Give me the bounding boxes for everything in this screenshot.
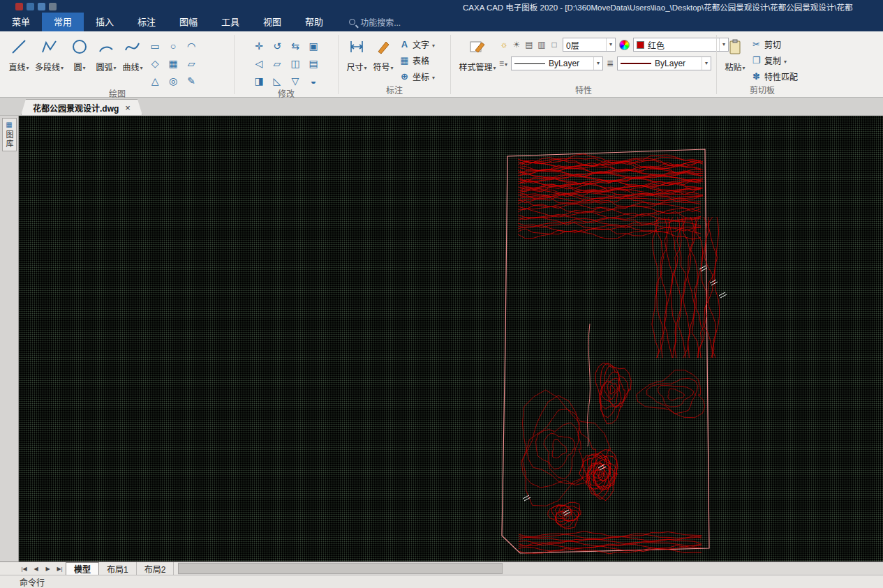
cut-button[interactable]: ✂ 剪切	[748, 36, 801, 52]
chevron-down-icon	[606, 38, 612, 51]
quick-access-toolbar	[15, 3, 57, 10]
chamfer-icon[interactable]: ◨	[250, 72, 268, 89]
symbol-pencil-icon	[374, 38, 392, 56]
curve-button[interactable]: 曲线	[119, 34, 146, 73]
ellipse-icon[interactable]: ○	[164, 37, 182, 54]
scale-icon[interactable]: ▽	[286, 72, 304, 89]
title-bar: CAXA CAD 电子图板 2020 - [D:\360MoveData\Use…	[0, 0, 883, 13]
triangle-icon[interactable]: △	[146, 72, 164, 89]
layer-on-icon[interactable]: ☼	[499, 40, 509, 50]
arc-tool-icon[interactable]: ◠	[182, 37, 200, 54]
style-manager-button[interactable]: 样式管理	[456, 34, 499, 73]
swap-icon[interactable]: ⇆	[286, 37, 304, 54]
ribbon-group-annotate: 尺寸 符号 A 文字 ▦ 表格	[339, 32, 450, 97]
sheet-tab-model[interactable]: 模型	[66, 562, 99, 575]
array-icon[interactable]: ▣	[304, 37, 322, 54]
symbol-button[interactable]: 符号	[370, 34, 396, 73]
cad-drawing	[19, 116, 883, 561]
sheet-tab-layout1[interactable]: 布局1	[99, 562, 137, 575]
redo-icon[interactable]	[49, 3, 57, 10]
chevron-down-icon	[140, 62, 143, 72]
lineweight-toggle[interactable]: ≣	[607, 59, 614, 68]
line-button[interactable]: 直线	[6, 34, 32, 73]
table-button[interactable]: ▦ 表格	[396, 52, 438, 68]
arc-button[interactable]: 圆弧	[93, 34, 119, 73]
left-panel-gutter: ▦ 图库	[0, 116, 19, 561]
offset-icon[interactable]: ▱	[268, 54, 286, 72]
prev-sheet-button[interactable]: ◀	[30, 562, 42, 575]
chevron-down-icon	[114, 62, 117, 72]
coordinate-button[interactable]: ⊕ 坐标	[396, 68, 438, 84]
layer-lock-icon[interactable]: ▤	[524, 40, 534, 50]
mirror-icon[interactable]: ◁	[250, 54, 268, 72]
match-properties-button[interactable]: ✽ 特性匹配	[748, 68, 801, 84]
polygon-icon[interactable]: ◇	[146, 54, 164, 72]
polyline-button[interactable]: 多段线	[32, 34, 66, 73]
menu-tab-home[interactable]: 常用	[42, 13, 84, 31]
sketch-icon[interactable]: ✎	[182, 72, 200, 89]
color-dropdown[interactable]: 红色	[633, 38, 729, 52]
chevron-down-icon	[27, 62, 29, 72]
menu-tab-help[interactable]: 帮助	[293, 13, 335, 31]
menu-tab-tools[interactable]: 工具	[209, 13, 251, 31]
table-icon: ▦	[399, 55, 410, 66]
linetype-dropdown[interactable]: ByLayer	[511, 56, 603, 70]
menu-tab-menu[interactable]: 菜单	[0, 13, 42, 31]
fillet-icon[interactable]: ◺	[268, 72, 286, 89]
dimension-button[interactable]: 尺寸	[343, 34, 370, 73]
layer-dropdown[interactable]: 0层	[563, 38, 616, 52]
chevron-down-icon	[593, 57, 600, 70]
layer-print-icon[interactable]: ▥	[537, 40, 547, 50]
save-icon[interactable]	[27, 3, 34, 10]
menu-tab-view[interactable]: 视图	[251, 13, 293, 31]
next-sheet-button[interactable]: ▶	[42, 562, 54, 575]
ribbon: 直线 多段线 圆 圆弧 曲线 ▭	[0, 31, 883, 98]
paste-button[interactable]: 粘贴	[722, 34, 748, 73]
function-search[interactable]: 功能搜索...	[349, 13, 401, 31]
group-label-draw: 绘图	[1, 89, 233, 99]
document-tab-title: 花都公园景观设计.dwg	[33, 102, 119, 114]
horizontal-scrollbar[interactable]	[178, 562, 883, 575]
text-button[interactable]: A 文字	[396, 36, 438, 52]
copy-button[interactable]: ❐ 复制	[748, 52, 801, 68]
rotate-icon[interactable]: ↺	[268, 37, 286, 54]
first-sheet-button[interactable]: |◀	[18, 562, 30, 575]
work-area: ▦ 图库	[0, 116, 883, 561]
lineweight-dropdown[interactable]: ByLayer	[617, 56, 711, 70]
dimension-icon	[348, 38, 366, 56]
search-placeholder: 功能搜索...	[360, 16, 401, 28]
status-bar: 命令行	[0, 575, 883, 588]
document-tab[interactable]: 花都公园景观设计.dwg ×	[21, 99, 142, 115]
erase-icon[interactable]: ◒	[304, 72, 322, 89]
sidebar-tab-library[interactable]: ▦ 图库	[2, 118, 17, 151]
extend-icon[interactable]: ▤	[304, 54, 322, 72]
undo-icon[interactable]	[38, 3, 45, 10]
linetype-sample	[514, 63, 545, 64]
line-icon	[10, 38, 28, 56]
move-icon[interactable]: ✛	[250, 37, 268, 54]
point-icon[interactable]: ◎	[164, 72, 182, 89]
last-sheet-button[interactable]: ▶|	[54, 562, 66, 575]
circle-button[interactable]: 圆	[66, 34, 93, 73]
color-wheel-icon[interactable]	[619, 40, 630, 50]
trim-icon[interactable]: ◫	[286, 54, 304, 72]
sheet-tab-layout2[interactable]: 布局2	[137, 562, 175, 575]
horizontal-scrollbar-thumb[interactable]	[178, 563, 502, 574]
group-label-properties: 特性	[452, 86, 715, 97]
hatch-icon[interactable]: ▦	[164, 54, 182, 72]
close-icon[interactable]: ×	[125, 103, 131, 113]
group-label-annotate: 标注	[339, 86, 450, 97]
chevron-down-icon	[784, 56, 787, 66]
menu-tab-insert[interactable]: 插入	[84, 13, 126, 31]
search-icon	[349, 19, 355, 25]
drawing-canvas[interactable]	[19, 116, 883, 561]
chevron-down-icon	[743, 62, 745, 72]
menu-tab-frame[interactable]: 图幅	[168, 13, 209, 31]
parallelogram-icon[interactable]: ▱	[182, 54, 200, 72]
layer-color-icon[interactable]: □	[549, 40, 559, 50]
linetype-toggle[interactable]: ≡	[499, 59, 507, 68]
chevron-down-icon	[83, 62, 86, 72]
rectangle-icon[interactable]: ▭	[146, 37, 164, 54]
menu-tab-annotate[interactable]: 标注	[126, 13, 168, 31]
layer-freeze-icon[interactable]: ☀	[512, 40, 521, 50]
